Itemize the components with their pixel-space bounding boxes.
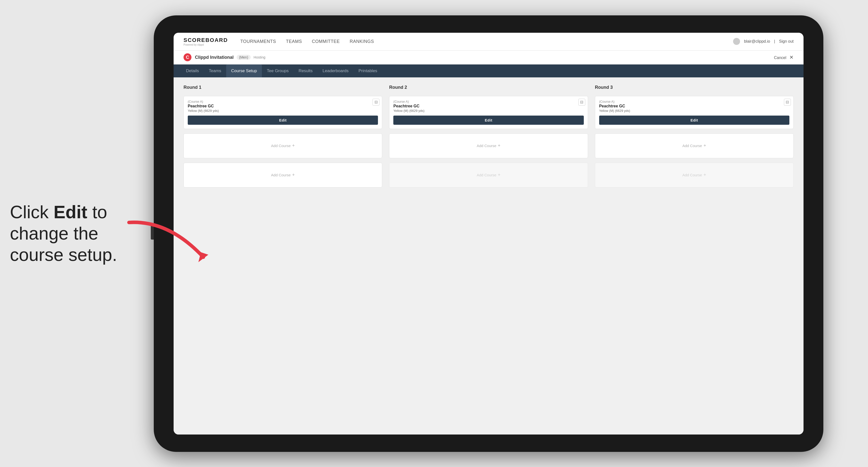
tournament-header: C Clippd Invitational (Men) Hosting Canc… xyxy=(174,51,804,64)
nav-tournaments[interactable]: TOURNAMENTS xyxy=(240,39,276,44)
top-nav: SCOREBOARD Powered by clippd TOURNAMENTS… xyxy=(174,33,804,51)
round-2-add-course-1[interactable]: Add Course + xyxy=(389,133,588,158)
round-2-title: Round 2 xyxy=(389,85,588,90)
nav-teams[interactable]: TEAMS xyxy=(286,39,302,44)
tablet-shell: SCOREBOARD Powered by clippd TOURNAMENTS… xyxy=(154,15,824,452)
tab-course-setup[interactable]: Course Setup xyxy=(226,64,262,77)
tab-details[interactable]: Details xyxy=(181,64,204,77)
pipe-separator: | xyxy=(774,39,775,44)
round-1-add-plus-2: + xyxy=(292,173,295,178)
tab-leaderboards[interactable]: Leaderboards xyxy=(318,64,354,77)
logo-sub: Powered by clippd xyxy=(184,43,228,46)
round-3-delete-icon[interactable]: ⊟ xyxy=(784,99,791,106)
user-avatar-icon xyxy=(733,38,740,45)
round-3-column: Round 3 (Course A) Peachtree GC Yellow (… xyxy=(595,85,794,187)
round-3-title: Round 3 xyxy=(595,85,794,90)
round-3-edit-button[interactable]: Edit xyxy=(599,116,789,125)
tab-tee-groups[interactable]: Tee Groups xyxy=(262,64,293,77)
round-2-add-course-2: Add Course + xyxy=(389,163,588,187)
cancel-button[interactable]: Cancel ✕ xyxy=(774,54,794,60)
round-2-add-label-2: Add Course xyxy=(477,173,496,177)
tournament-status-badge: Hosting xyxy=(254,55,266,59)
tournament-logo-icon: C xyxy=(184,53,191,61)
top-nav-right: blair@clippd.io | Sign out xyxy=(733,38,794,45)
round-2-course-details: Yellow (M) (6629 yds) xyxy=(393,109,584,113)
round-2-edit-button[interactable]: Edit xyxy=(393,116,584,125)
tournament-gender-badge: (Men) xyxy=(237,55,251,60)
tablet-screen: SCOREBOARD Powered by clippd TOURNAMENTS… xyxy=(174,33,804,435)
nav-rankings[interactable]: RANKINGS xyxy=(350,39,374,44)
instruction-bold: Edit xyxy=(54,202,87,222)
round-2-course-label: (Course A) xyxy=(393,100,584,103)
logo-scoreboard: SCOREBOARD xyxy=(184,37,228,43)
round-1-add-label-2: Add Course xyxy=(271,173,291,177)
round-1-title: Round 1 xyxy=(184,85,382,90)
round-1-add-label-1: Add Course xyxy=(271,144,291,148)
round-1-edit-button[interactable]: Edit xyxy=(188,116,378,125)
round-2-column: Round 2 (Course A) Peachtree GC Yellow (… xyxy=(389,85,588,187)
round-3-course-card: (Course A) Peachtree GC Yellow (M) (6629… xyxy=(595,96,794,129)
round-3-add-plus-1: + xyxy=(704,143,706,148)
round-1-add-course-1[interactable]: Add Course + xyxy=(184,133,382,158)
round-3-add-course-2: Add Course + xyxy=(595,163,794,187)
round-3-add-label-1: Add Course xyxy=(682,144,702,148)
tab-teams[interactable]: Teams xyxy=(204,64,226,77)
round-1-course-label: (Course A) xyxy=(188,100,378,103)
round-2-course-name: Peachtree GC xyxy=(393,104,584,108)
tab-bar: Details Teams Course Setup Tee Groups Re… xyxy=(174,64,804,77)
user-email: blair@clippd.io xyxy=(744,39,770,44)
round-2-course-card: (Course A) Peachtree GC Yellow (M) (6629… xyxy=(389,96,588,129)
main-content: Round 1 (Course A) Peachtree GC Yellow (… xyxy=(174,77,804,435)
round-1-add-plus-1: + xyxy=(292,143,295,148)
tournament-name: Clippd Invitational xyxy=(195,55,234,60)
cancel-x-icon: ✕ xyxy=(789,55,794,60)
round-1-add-course-2[interactable]: Add Course + xyxy=(184,163,382,187)
round-1-course-card: (Course A) Peachtree GC Yellow (M) (6629… xyxy=(184,96,382,129)
round-3-course-details: Yellow (M) (6629 yds) xyxy=(599,109,789,113)
round-3-add-label-2: Add Course xyxy=(682,173,702,177)
round-3-add-course-1[interactable]: Add Course + xyxy=(595,133,794,158)
logo-area: SCOREBOARD Powered by clippd xyxy=(184,37,228,46)
sign-out-link[interactable]: Sign out xyxy=(779,39,794,44)
round-1-column: Round 1 (Course A) Peachtree GC Yellow (… xyxy=(184,85,382,187)
tab-results[interactable]: Results xyxy=(293,64,318,77)
round-3-course-name: Peachtree GC xyxy=(599,104,789,108)
arrow-indicator xyxy=(124,218,213,268)
round-2-add-plus-1: + xyxy=(498,143,500,148)
round-2-add-label-1: Add Course xyxy=(477,144,496,148)
round-2-delete-icon[interactable]: ⊟ xyxy=(578,99,585,106)
round-1-course-details: Yellow (M) (6629 yds) xyxy=(188,109,378,113)
round-3-course-label: (Course A) xyxy=(599,100,789,103)
round-2-add-plus-2: + xyxy=(498,173,500,178)
round-1-delete-icon[interactable]: ⊟ xyxy=(372,99,379,106)
nav-committee[interactable]: COMMITTEE xyxy=(312,39,340,44)
nav-links: TOURNAMENTS TEAMS COMMITTEE RANKINGS xyxy=(240,39,733,44)
rounds-container: Round 1 (Course A) Peachtree GC Yellow (… xyxy=(184,85,794,187)
round-1-course-name: Peachtree GC xyxy=(188,104,378,108)
tab-printables[interactable]: Printables xyxy=(354,64,382,77)
round-3-add-plus-2: + xyxy=(704,173,706,178)
